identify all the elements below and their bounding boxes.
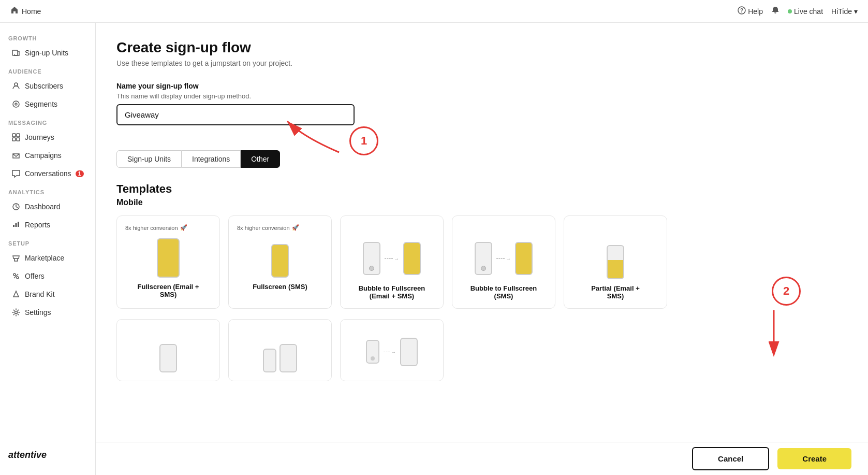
tab-integrations[interactable]: Integrations	[182, 150, 241, 168]
preview-fullscreen-sms	[271, 236, 289, 278]
campaign-icon	[11, 151, 21, 160]
svg-point-11	[13, 274, 16, 276]
create-button[interactable]: Create	[777, 448, 851, 469]
template-row2-3[interactable]: →	[340, 319, 444, 381]
sidebar-item-subscribers[interactable]: Subscribers	[3, 77, 92, 95]
svg-text:?: ?	[740, 8, 743, 13]
page-title: Create sign-up flow	[116, 39, 847, 56]
chevron-down-icon: ▾	[854, 7, 858, 16]
template-name-4: Bubble to Fullscreen(SMS)	[470, 284, 537, 300]
sidebar-settings-label: Settings	[25, 308, 51, 316]
sidebar-item-campaigns[interactable]: Campaigns	[3, 147, 92, 164]
svg-point-5	[15, 103, 17, 105]
sidebar-reports-label: Reports	[25, 221, 50, 229]
page-subtitle: Use these templates to get a jumpstart o…	[116, 59, 847, 67]
phone-empty-r2-3b	[400, 338, 418, 366]
sidebar-marketplace-label: Marketplace	[25, 254, 64, 262]
phone-preview-sms	[271, 244, 289, 278]
template-fullscreen-email-sms[interactable]: 8x higher conversion 🚀 Fullscreen (Email…	[116, 215, 220, 309]
cancel-button[interactable]: Cancel	[692, 447, 769, 470]
svg-rect-6	[12, 134, 16, 137]
tab-other[interactable]: Other	[241, 150, 280, 168]
sidebar-subscribers-label: Subscribers	[25, 82, 63, 90]
sidebar-item-segments[interactable]: Segments	[3, 95, 92, 113]
store-icon	[11, 253, 21, 263]
arrow-connector: →	[385, 256, 399, 262]
help-button[interactable]: ? Help	[738, 6, 763, 16]
preview-r2-2	[263, 331, 297, 372]
rocket-icon-1: 🚀	[180, 224, 187, 231]
templates-grid-row2: →	[116, 319, 847, 381]
sidebar-item-signup-units[interactable]: Sign-up Units	[3, 44, 92, 62]
reports-icon	[11, 220, 21, 229]
help-icon: ?	[738, 6, 746, 16]
sidebar-dashboard-label: Dashboard	[25, 203, 61, 211]
svg-rect-7	[17, 134, 20, 137]
sidebar-signup-units-label: Sign-up Units	[25, 49, 68, 57]
sidebar-conversations-label: Conversations	[25, 169, 71, 178]
template-name-5: Partial (Email +SMS)	[591, 284, 640, 300]
sidebar-item-dashboard[interactable]: Dashboard	[3, 198, 92, 215]
home-nav-item[interactable]: Home	[10, 6, 41, 16]
sidebar-brand-kit-label: Brand Kit	[25, 290, 55, 298]
sidebar-segments-label: Segments	[25, 100, 57, 108]
phone-empty-r2-3a	[366, 340, 379, 364]
preview-r2-1	[159, 331, 177, 372]
svg-point-12	[17, 277, 19, 279]
sidebar-item-offers[interactable]: Offers	[3, 267, 92, 285]
svg-rect-8	[12, 138, 16, 141]
conversion-badge-1: 8x higher conversion 🚀	[125, 224, 187, 231]
template-name-3: Bubble to Fullscreen(Email + SMS)	[359, 284, 425, 300]
template-row2-2[interactable]	[228, 319, 332, 381]
audience-section-label: AUDIENCE	[0, 62, 95, 77]
preview-bubble-fullscreen-email-sms: →	[363, 238, 421, 279]
phone-small-2	[475, 242, 492, 275]
templates-grid-row1: 8x higher conversion 🚀 Fullscreen (Email…	[116, 215, 847, 309]
sidebar-item-brand-kit[interactable]: Brand Kit	[3, 285, 92, 303]
conversion-badge-2: 8x higher conversion 🚀	[237, 224, 299, 231]
sidebar-item-journeys[interactable]: Journeys	[3, 128, 92, 146]
template-bubble-fullscreen-email-sms[interactable]: → Bubble to Fullscreen(Email + SMS)	[340, 215, 444, 309]
tab-signup-units[interactable]: Sign-up Units	[116, 150, 182, 168]
svg-rect-2	[12, 50, 18, 55]
live-chat-button[interactable]: Live chat	[788, 7, 823, 16]
template-row2-1[interactable]	[116, 319, 220, 381]
sidebar-journeys-label: Journeys	[25, 133, 54, 141]
category-tabs: Sign-up Units Integrations Other	[116, 150, 847, 168]
home-icon	[10, 6, 19, 16]
notifications-button[interactable]	[771, 6, 779, 16]
svg-rect-9	[17, 138, 20, 141]
partial-fill	[608, 260, 623, 278]
arrow-connector-2: →	[496, 256, 511, 262]
phone-full-yellow	[403, 242, 421, 275]
top-nav: Home ? Help Live chat HiTide ▾	[0, 0, 868, 23]
phone-empty-r2-2a	[263, 349, 276, 372]
dashboard-icon	[11, 202, 21, 211]
home-label: Home	[22, 7, 41, 16]
signup-icon	[11, 48, 21, 57]
preview-bubble-fullscreen-sms: →	[475, 238, 533, 279]
journey-icon	[11, 133, 21, 142]
person-icon	[11, 81, 21, 91]
setup-section-label: SETUP	[0, 234, 95, 249]
top-nav-right: ? Help Live chat HiTide ▾	[738, 6, 858, 16]
sidebar-item-settings[interactable]: Settings	[3, 304, 92, 321]
preview-r2-3: →	[366, 331, 418, 372]
template-fullscreen-sms[interactable]: 8x higher conversion 🚀 Fullscreen (SMS)	[228, 215, 332, 309]
template-bubble-fullscreen-sms[interactable]: → Bubble to Fullscreen(SMS)	[452, 215, 555, 309]
sidebar-item-marketplace[interactable]: Marketplace	[3, 249, 92, 267]
settings-icon	[11, 308, 21, 317]
growth-section-label: GROWTH	[0, 29, 95, 44]
template-partial-email-sms[interactable]: Partial (Email +SMS)	[564, 215, 667, 309]
user-menu-button[interactable]: HiTide ▾	[831, 7, 858, 16]
top-nav-left: Home	[10, 6, 41, 16]
flow-name-input[interactable]	[116, 104, 355, 125]
template-name-1: Fullscreen (Email +SMS)	[138, 283, 199, 298]
phone-empty-r2-2b	[279, 344, 297, 372]
svg-point-3	[14, 83, 18, 86]
sidebar-item-reports[interactable]: Reports	[3, 216, 92, 234]
sidebar-item-conversations[interactable]: Conversations 1	[3, 165, 92, 182]
svg-point-13	[15, 311, 18, 314]
sidebar-campaigns-label: Campaigns	[25, 151, 62, 160]
bell-icon	[771, 6, 779, 16]
